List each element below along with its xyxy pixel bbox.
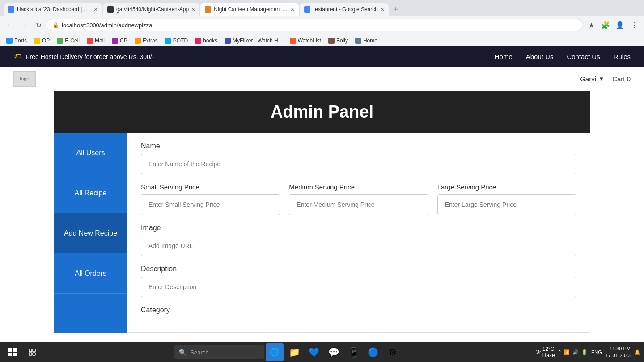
category-label: Category bbox=[141, 306, 576, 314]
sidebar-label-add-new-recipe: Add New Recipe bbox=[64, 229, 117, 237]
bookmark-op[interactable]: OP bbox=[31, 37, 52, 45]
sidebar-item-add-new-recipe[interactable]: Add New Recipe bbox=[54, 213, 127, 253]
description-section: Description bbox=[141, 265, 576, 297]
explorer-icon: 📁 bbox=[289, 347, 300, 358]
bookmark-icon-cp bbox=[112, 38, 118, 44]
bookmark-myflixer[interactable]: MyFlixer - Watch H... bbox=[222, 37, 285, 45]
bookmark-label-op: OP bbox=[42, 38, 50, 44]
bookmark-icon-op bbox=[34, 38, 40, 44]
taskbar-chrome[interactable]: 🔵 bbox=[364, 343, 382, 361]
forward-button[interactable]: → bbox=[18, 19, 30, 31]
tab-hackistica[interactable]: Hackistica '23: Dashboard | Dev... × bbox=[4, 3, 102, 16]
bookmark-label-extras: Extras bbox=[143, 38, 158, 44]
nav-about-us[interactable]: About Us bbox=[526, 53, 554, 60]
address-text: localhost:3000/admin/addnewpizza bbox=[62, 22, 152, 29]
taskbar-teams[interactable]: 💬 bbox=[325, 343, 343, 361]
bookmark-icon-ports bbox=[6, 38, 13, 44]
keyboard-layout-label: ENG bbox=[591, 349, 602, 355]
cart-button[interactable]: Cart 0 bbox=[612, 75, 631, 83]
image-section: Image bbox=[141, 224, 576, 256]
menu-button[interactable]: ⋮ bbox=[628, 19, 640, 31]
bookmark-icon-books bbox=[195, 38, 201, 44]
bookmark-watchlist[interactable]: WatchList bbox=[287, 37, 324, 45]
svg-rect-4 bbox=[29, 349, 32, 352]
taskbar: 🔍 Search 🌐 📁 💙 💬 📱 🔵 ⚙ 🌫 12°C bbox=[0, 342, 644, 362]
edge-icon: 🌐 bbox=[270, 347, 280, 357]
extension-puzzle[interactable]: 🧩 bbox=[599, 19, 612, 31]
sidebar-item-all-orders[interactable]: All Orders bbox=[54, 253, 127, 294]
bookmark-bolly[interactable]: Bolly bbox=[326, 37, 351, 45]
bookmark-icon-ecell bbox=[57, 38, 63, 44]
sidebar-item-all-users[interactable]: All Users bbox=[54, 133, 127, 173]
tab-github[interactable]: garvit4540/Night-Canteen-App × bbox=[103, 3, 199, 16]
svg-rect-6 bbox=[29, 353, 32, 355]
nav-bar: ← → ↻ 🔒 localhost:3000/admin/addnewpizza… bbox=[0, 16, 644, 34]
network-icon: 📶 bbox=[564, 349, 570, 355]
sidebar-item-all-recipe[interactable]: All Recipe bbox=[54, 173, 127, 213]
taskbar-edge[interactable]: 🌐 bbox=[266, 343, 284, 361]
top-nav: Home About Us Contact Us Rules bbox=[495, 53, 631, 60]
profile-button[interactable]: 👤 bbox=[614, 19, 626, 31]
tab-title-1: Hackistica '23: Dashboard | Dev... bbox=[17, 6, 91, 13]
svg-rect-0 bbox=[8, 348, 12, 352]
svg-rect-5 bbox=[33, 349, 35, 352]
bookmark-mail[interactable]: Mail bbox=[84, 37, 107, 45]
vscode-icon: 💙 bbox=[309, 347, 320, 358]
taskbar-whatsapp[interactable]: 📱 bbox=[344, 343, 362, 361]
browser-chrome: Hackistica '23: Dashboard | Dev... × gar… bbox=[0, 0, 644, 46]
tab-close-2[interactable]: × bbox=[191, 6, 195, 13]
main-body: All Users All Recipe Add New Recipe All … bbox=[54, 133, 590, 333]
svg-rect-3 bbox=[13, 353, 17, 356]
tab-title-2: garvit4540/Night-Canteen-App bbox=[116, 6, 189, 13]
task-view-button[interactable] bbox=[23, 343, 41, 361]
medium-price-input[interactable] bbox=[289, 194, 428, 215]
tab-close-4[interactable]: × bbox=[381, 6, 384, 13]
small-price-input[interactable] bbox=[141, 194, 280, 215]
bookmark-cp[interactable]: CP bbox=[109, 37, 130, 45]
nav-contact-us[interactable]: Contact Us bbox=[567, 53, 600, 60]
bookmark-home[interactable]: Home bbox=[352, 37, 380, 45]
search-icon: 🔍 bbox=[179, 349, 186, 356]
tab-close-1[interactable]: × bbox=[94, 6, 97, 13]
tab-favicon-4 bbox=[304, 6, 310, 13]
back-button[interactable]: ← bbox=[4, 19, 16, 31]
bookmark-ports[interactable]: Ports bbox=[4, 37, 30, 45]
announcement-message: Free Hostel Delivery for order above Rs.… bbox=[26, 53, 154, 60]
user-dropdown[interactable]: Garvit ▾ bbox=[580, 75, 603, 83]
taskbar-search[interactable]: 🔍 Search bbox=[174, 345, 264, 359]
bookmark-extras[interactable]: Extras bbox=[132, 37, 161, 45]
description-input[interactable] bbox=[141, 277, 576, 297]
tab-google[interactable]: restaurent - Google Search × bbox=[300, 3, 389, 16]
new-tab-button[interactable]: + bbox=[390, 3, 402, 16]
battery-icon: 🔋 bbox=[581, 349, 588, 355]
dropdown-arrow-icon: ▾ bbox=[600, 75, 603, 83]
tab-close-3[interactable]: × bbox=[291, 6, 294, 13]
bookmark-books[interactable]: books bbox=[192, 37, 220, 45]
tab-night-canteen[interactable]: Night Canteen Management App × bbox=[200, 3, 299, 16]
bookmark-label-bolly: Bolly bbox=[336, 38, 348, 44]
taskbar-vscode[interactable]: 💙 bbox=[305, 343, 323, 361]
image-input[interactable] bbox=[141, 236, 576, 256]
lock-icon: 🔒 bbox=[52, 22, 59, 28]
start-button[interactable] bbox=[4, 343, 21, 361]
large-price-input[interactable] bbox=[437, 194, 576, 215]
address-bar[interactable]: 🔒 localhost:3000/admin/addnewpizza bbox=[47, 19, 583, 31]
cart-label: Cart bbox=[612, 75, 625, 83]
taskbar-explorer[interactable]: 📁 bbox=[285, 343, 303, 361]
notification-icon[interactable]: 🔔 bbox=[634, 349, 640, 355]
nav-home[interactable]: Home bbox=[495, 53, 513, 60]
bookmarks-bar: Ports OP E-Cell Mail CP Extras POTD boo bbox=[0, 34, 644, 46]
price-row: Small Serving Price Medium Serving Price… bbox=[141, 183, 576, 215]
bookmark-icon-myflixer bbox=[225, 38, 231, 44]
bookmark-button[interactable]: ★ bbox=[585, 19, 597, 31]
nav-rules[interactable]: Rules bbox=[614, 53, 631, 60]
bookmark-potd[interactable]: POTD bbox=[162, 37, 191, 45]
bookmark-ecell[interactable]: E-Cell bbox=[54, 37, 82, 45]
reload-button[interactable]: ↻ bbox=[32, 19, 45, 31]
chevron-up-icon[interactable]: ^ bbox=[559, 349, 561, 355]
category-section: Category bbox=[141, 306, 576, 314]
name-input[interactable] bbox=[141, 154, 576, 174]
bookmark-label-potd: POTD bbox=[173, 38, 188, 44]
taskbar-dev[interactable]: ⚙ bbox=[384, 343, 402, 361]
bookmark-label-myflixer: MyFlixer - Watch H... bbox=[233, 38, 283, 44]
